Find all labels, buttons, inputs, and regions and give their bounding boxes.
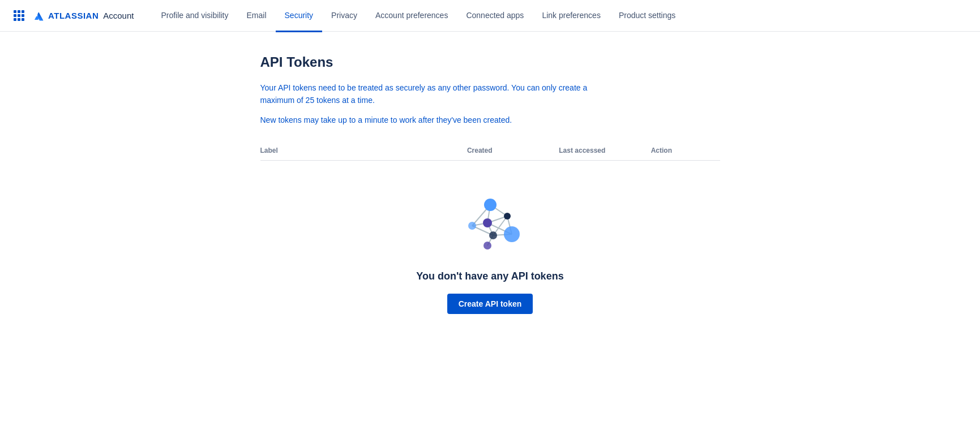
atlassian-logo-icon (32, 10, 45, 22)
nav-item-email[interactable]: Email (238, 1, 276, 32)
main-nav: Profile and visibility Email Security Pr… (152, 0, 684, 31)
network-illustration (456, 195, 524, 257)
svg-point-16 (489, 231, 497, 239)
svg-point-13 (504, 213, 511, 220)
logo-area: ATLASSIAN Account (14, 10, 134, 22)
svg-point-12 (484, 199, 497, 211)
create-api-token-button[interactable]: Create API token (447, 294, 533, 314)
col-header-action: Action (651, 142, 720, 161)
nav-item-connected-apps[interactable]: Connected apps (457, 1, 533, 32)
col-header-last-accessed: Last accessed (559, 142, 651, 161)
description-1: Your API tokens need to be treated as se… (260, 81, 623, 107)
empty-state-title: You don't have any API tokens (416, 270, 563, 282)
nav-item-privacy[interactable]: Privacy (322, 1, 366, 32)
nav-item-account-prefs[interactable]: Account preferences (366, 1, 457, 32)
nav-item-product-settings[interactable]: Product settings (610, 1, 684, 32)
grid-icon (14, 10, 24, 21)
api-token-table: Label Created Last accessed Action (260, 142, 720, 161)
nav-item-security[interactable]: Security (276, 1, 323, 32)
svg-point-14 (468, 222, 476, 230)
col-header-label: Label (260, 142, 467, 161)
atlassian-logo: ATLASSIAN Account (32, 10, 134, 22)
atlassian-wordmark: ATLASSIAN (48, 11, 99, 20)
col-header-created: Created (467, 142, 559, 161)
description-2: New tokens may take up to a minute to wo… (260, 114, 623, 126)
svg-point-17 (504, 226, 520, 242)
page-title: API Tokens (260, 54, 720, 70)
nav-item-link-prefs[interactable]: Link preferences (533, 1, 610, 32)
nav-item-profile[interactable]: Profile and visibility (152, 1, 237, 32)
empty-state: You don't have any API tokens Create API… (260, 161, 720, 337)
account-label: Account (103, 11, 134, 20)
svg-point-18 (483, 242, 491, 250)
svg-point-15 (483, 218, 492, 227)
